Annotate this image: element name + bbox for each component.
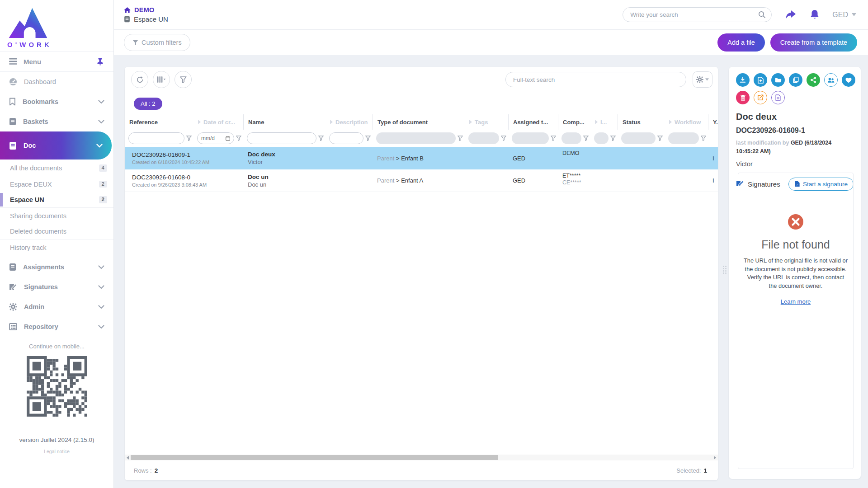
all-count-badge[interactable]: All : 2: [134, 98, 162, 110]
selected-label: Selected:: [676, 467, 701, 474]
delete-button[interactable]: [736, 91, 750, 104]
sidebar-item-baskets[interactable]: Baskets: [0, 112, 113, 131]
sidebar-item-dashboard[interactable]: Dashboard: [0, 72, 113, 92]
breadcrumb-root[interactable]: DEMO: [134, 6, 155, 14]
column-header-assigned[interactable]: Assigned t...: [508, 114, 558, 130]
column-header-description[interactable]: Description: [326, 114, 373, 130]
book-icon: [9, 141, 17, 150]
table-row[interactable]: DOC230926-01608-0 Created on 9/26/2023 3…: [125, 169, 718, 192]
panel-drag-handle[interactable]: [723, 266, 726, 274]
column-header-i[interactable]: I...: [590, 114, 618, 130]
filter-funnel-icon[interactable]: [236, 136, 241, 141]
submenu-espace-un[interactable]: Espace UN 2: [0, 192, 113, 208]
filter-date-input[interactable]: [201, 135, 226, 141]
submenu-deleted-documents[interactable]: Deleted documents: [0, 224, 113, 239]
filter-button[interactable]: [175, 71, 192, 88]
search-icon[interactable]: [758, 11, 766, 19]
learn-more-link[interactable]: Learn more: [781, 298, 811, 305]
submenu-history-track[interactable]: History track: [0, 239, 113, 255]
sidebar-item-assignments[interactable]: Assignments: [0, 257, 113, 277]
cell-name: Doc un Doc un: [243, 174, 326, 188]
copy-icon: [793, 77, 799, 83]
filter-funnel-icon[interactable]: [657, 136, 663, 141]
chevron-down-icon: [98, 325, 104, 329]
download-button[interactable]: [736, 73, 750, 87]
filter-funnel-icon[interactable]: [583, 136, 589, 141]
horizontal-scrollbar[interactable]: [125, 455, 718, 460]
share-nodes-icon: [810, 77, 816, 83]
manage-users-button[interactable]: [824, 73, 838, 87]
global-search-input[interactable]: [630, 11, 758, 18]
menu-header: Menu: [0, 51, 113, 72]
table-row[interactable]: w DOC230926-01609-1 Created on 6/18/2024…: [125, 147, 718, 169]
submenu-all-documents[interactable]: All the documents 4: [0, 160, 113, 176]
account-menu[interactable]: GED: [832, 11, 856, 19]
column-header-workflow[interactable]: Workflow: [665, 114, 708, 130]
share-button[interactable]: [785, 10, 796, 20]
filter-description-input[interactable]: [333, 135, 359, 141]
home-icon[interactable]: [124, 7, 131, 13]
column-header-reference[interactable]: Reference: [125, 114, 193, 130]
create-from-template-button[interactable]: Create from a template: [770, 33, 857, 52]
column-header-status[interactable]: Status: [618, 114, 665, 130]
column-header-clipped[interactable]: Y...: [708, 114, 718, 130]
dashboard-icon: [9, 78, 17, 86]
column-header-type[interactable]: Type of document: [373, 114, 465, 130]
document-info-button[interactable]: [771, 91, 785, 104]
column-header-company[interactable]: Comp...: [558, 114, 590, 130]
calendar-icon[interactable]: [226, 136, 230, 141]
column-header-date[interactable]: Date of cr...: [193, 114, 243, 130]
filter-assigned-disabled: [512, 132, 549, 144]
breadcrumb-space[interactable]: Espace UN: [134, 15, 168, 23]
rows-count: 2: [155, 467, 158, 474]
favorite-button[interactable]: [842, 73, 855, 87]
app-logo: O'WORK: [0, 0, 113, 51]
document-reference: DOC230926-01608-0: [132, 174, 207, 181]
open-folder-button[interactable]: [771, 73, 785, 87]
download-icon: [740, 77, 746, 83]
sidebar-item-admin[interactable]: Admin: [0, 297, 113, 317]
fulltext-search-input[interactable]: [513, 76, 679, 83]
hamburger-icon[interactable]: [9, 58, 17, 65]
custom-filters-button[interactable]: Custom filters: [124, 34, 190, 51]
upload-version-button[interactable]: [754, 73, 767, 87]
sidebar-item-bookmarks[interactable]: Bookmarks: [0, 92, 113, 112]
copy-button[interactable]: [789, 73, 802, 87]
sidebar-item-label: Doc: [24, 142, 90, 149]
scroll-left-arrow[interactable]: [125, 456, 131, 460]
columns-button[interactable]: [153, 71, 170, 88]
refresh-button[interactable]: [131, 71, 148, 88]
submenu-espace-deux[interactable]: Espace DEUX 2: [0, 176, 113, 192]
logo-text: O'WORK: [7, 41, 113, 48]
scrollbar-thumb[interactable]: [131, 455, 498, 460]
filter-funnel-icon[interactable]: [551, 136, 556, 141]
filter-funnel-icon[interactable]: [458, 136, 463, 141]
add-file-button[interactable]: Add a file: [717, 33, 764, 52]
table-settings-button[interactable]: [693, 71, 712, 88]
rows-label: Rows :: [134, 467, 152, 474]
legal-notice-link[interactable]: Legal notice: [0, 449, 113, 454]
filter-funnel-icon[interactable]: [318, 136, 324, 141]
pin-icon[interactable]: [97, 58, 104, 66]
column-header-tags[interactable]: Tags: [465, 114, 508, 130]
sidebar-item-doc[interactable]: Doc: [0, 131, 112, 160]
filter-name-input[interactable]: [251, 135, 312, 141]
column-header-name[interactable]: Name: [243, 114, 326, 130]
sidebar-item-repository[interactable]: Repository: [0, 317, 113, 337]
filter-funnel-icon[interactable]: [610, 136, 616, 141]
filter-funnel-icon[interactable]: [501, 136, 506, 141]
scroll-right-arrow[interactable]: [712, 456, 718, 460]
notifications-button[interactable]: [810, 9, 820, 20]
filter-funnel-icon[interactable]: [186, 136, 192, 141]
heart-icon: [845, 77, 852, 83]
submenu-label: Espace DEUX: [10, 181, 99, 188]
filter-reference-input[interactable]: [132, 135, 180, 141]
cell-type: Parent > Enfant A: [373, 177, 465, 184]
submenu-sharing-documents[interactable]: Sharing documents: [0, 208, 113, 224]
sidebar-item-signatures[interactable]: Signatures: [0, 277, 113, 297]
edit-button[interactable]: [754, 91, 767, 104]
share-document-button[interactable]: [807, 73, 820, 87]
refresh-icon: [136, 76, 144, 84]
filter-funnel-icon[interactable]: [701, 136, 706, 141]
filter-funnel-icon[interactable]: [365, 136, 371, 141]
